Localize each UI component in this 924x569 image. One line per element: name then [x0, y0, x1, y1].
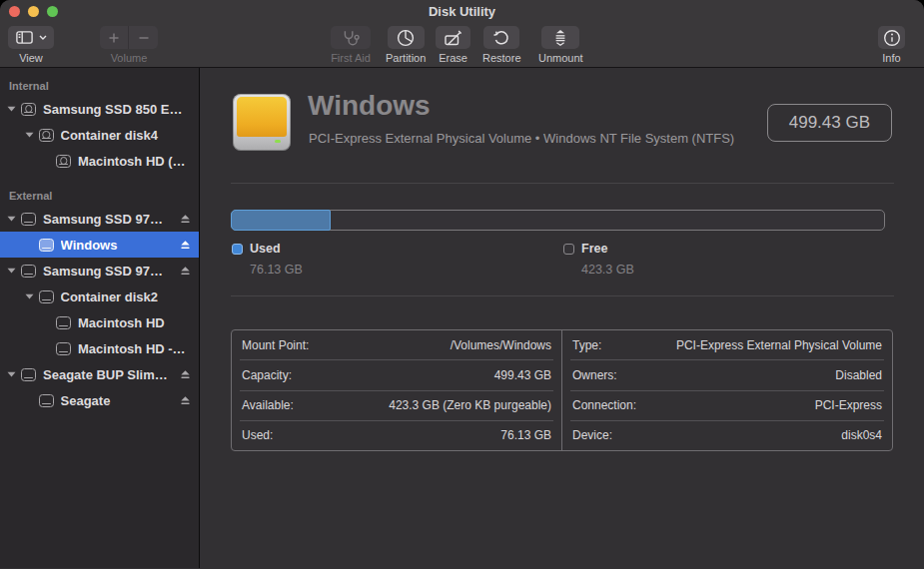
unmount-label: Unmount [538, 52, 583, 64]
detail-label: Available: [242, 398, 294, 412]
sidebar-item-label: Windows [61, 238, 181, 253]
details-left-column: Mount Point:/Volumes/WindowsCapacity:499… [232, 330, 561, 450]
sidebar-item-macintosh-hd[interactable]: Macintosh HD [0, 309, 199, 335]
close-button[interactable] [9, 6, 20, 17]
toolbar-volume-group: Volume [100, 26, 158, 64]
partition-icon [397, 29, 415, 47]
detail-label: Device: [572, 428, 612, 442]
first-aid-button[interactable] [331, 26, 371, 49]
separator [231, 183, 894, 184]
detail-row-type: Type:PCI-Express External Physical Volum… [562, 330, 892, 359]
drive-led-icon [275, 140, 281, 143]
minimize-button[interactable] [28, 6, 39, 17]
sidebar-item-seagate-bup-slim[interactable]: Seagate BUP Slim… [0, 361, 199, 387]
free-label: Free [581, 242, 607, 256]
detail-row-used: Used:76.13 GB [232, 421, 561, 450]
sidebar-sections: InternalSamsung SSD 850 E…Container disk… [0, 76, 199, 413]
volume-label: Volume [111, 52, 148, 64]
sidebar-item-label: Samsung SSD 850 E… [43, 102, 199, 117]
sidebar-item-container-disk2[interactable]: Container disk2 [0, 284, 199, 309]
internal-drive-icon [21, 103, 36, 116]
detail-row-owners: Owners:Disabled [562, 360, 892, 389]
view-button[interactable] [8, 26, 54, 49]
titlebar: Disk Utility [0, 0, 924, 22]
sidebar-item-macintosh-hd[interactable]: Macintosh HD (… [0, 148, 199, 174]
unmount-button[interactable] [541, 26, 579, 49]
partition-button[interactable] [388, 26, 425, 49]
disclosure-triangle-icon[interactable] [7, 371, 21, 377]
disclosure-triangle-icon[interactable] [7, 268, 21, 274]
info-icon [883, 29, 901, 47]
main-content: Windows PCI-Express External Physical Vo… [200, 68, 924, 568]
detail-value: PCI-Express [815, 398, 882, 412]
erase-label: Erase [439, 52, 467, 64]
erase-button[interactable] [436, 26, 470, 49]
view-label: View [19, 52, 43, 64]
chevron-down-icon [39, 35, 47, 40]
external-drive-icon [39, 239, 54, 252]
detail-label: Capacity: [242, 368, 292, 382]
used-swatch-icon [232, 244, 243, 255]
detail-value: 499.43 GB [494, 368, 551, 382]
erase-icon [445, 30, 462, 46]
sidebar-item-label: Seagate [61, 393, 181, 408]
eject-icon[interactable] [180, 266, 199, 277]
partition-label: Partition [386, 52, 426, 64]
sidebar-item-macintosh-hd[interactable]: Macintosh HD -… [0, 335, 199, 361]
detail-row-device: Device:disk0s4 [562, 421, 892, 450]
disclosure-triangle-icon[interactable] [7, 106, 21, 112]
sidebar-section-header-external: External [0, 186, 199, 206]
sidebar-item-windows[interactable]: Windows [0, 232, 199, 258]
eject-icon[interactable] [180, 240, 199, 251]
first-aid-label: First Aid [331, 52, 371, 64]
separator [231, 295, 894, 296]
volume-subtitle: PCI-Express External Physical Volume • W… [309, 131, 734, 146]
info-button[interactable] [878, 26, 905, 49]
sidebar-item-label: Container disk4 [61, 128, 200, 143]
disclosure-triangle-icon[interactable] [25, 132, 39, 138]
disclosure-triangle-icon[interactable] [25, 293, 39, 299]
eject-icon[interactable] [180, 395, 199, 406]
detail-row-connection: Connection:PCI-Express [562, 391, 892, 420]
toolbar-view-group: View [8, 26, 54, 64]
zoom-button[interactable] [47, 6, 58, 17]
toolbar-unmount: Unmount [538, 26, 583, 64]
first-aid-icon [342, 30, 361, 46]
detail-value: 76.13 GB [500, 428, 551, 442]
sidebar-item-container-disk4[interactable]: Container disk4 [0, 122, 199, 148]
detail-row-available: Available:423.3 GB (Zero KB purgeable) [232, 391, 561, 420]
external-drive-icon [39, 290, 54, 303]
eject-icon[interactable] [180, 369, 199, 380]
external-drive-icon [39, 394, 54, 407]
restore-icon [492, 29, 510, 47]
external-drive-icon [21, 368, 36, 381]
restore-label: Restore [482, 52, 521, 64]
sidebar-item-samsung-ssd-850-e[interactable]: Samsung SSD 850 E… [0, 96, 199, 122]
detail-value: Disabled [835, 368, 882, 382]
toolbar-first-aid: First Aid [331, 26, 371, 64]
disclosure-triangle-icon[interactable] [7, 216, 21, 222]
free-swatch-icon [563, 244, 574, 255]
detail-row-capacity: Capacity:499.43 GB [232, 360, 561, 389]
restore-button[interactable] [483, 26, 519, 49]
eject-icon[interactable] [180, 214, 199, 225]
detail-label: Mount Point: [242, 338, 309, 352]
sidebar-item-label: Macintosh HD -… [78, 341, 199, 356]
external-drive-icon [21, 213, 36, 226]
sidebar-item-label: Macintosh HD (… [78, 154, 199, 169]
toolbar: View Volume First Aid [0, 22, 924, 68]
drive-icon-top [237, 97, 287, 137]
detail-label: Owners: [572, 368, 617, 382]
sidebar-item-samsung-ssd-97[interactable]: Samsung SSD 97… [0, 258, 199, 284]
sidebar-item-label: Samsung SSD 97… [43, 212, 180, 227]
sidebar-item-samsung-ssd-97[interactable]: Samsung SSD 97… [0, 206, 199, 232]
detail-value: PCI-Express External Physical Volume [676, 338, 882, 352]
detail-label: Type: [572, 338, 601, 352]
sidebar-item-seagate[interactable]: Seagate [0, 387, 199, 413]
external-drive-icon [56, 342, 71, 355]
remove-volume-button[interactable] [129, 26, 158, 49]
sidebar-item-label: Samsung SSD 97… [43, 264, 180, 279]
capacity-bar [231, 210, 885, 231]
add-volume-button[interactable] [100, 26, 129, 49]
internal-drive-icon [39, 129, 54, 142]
